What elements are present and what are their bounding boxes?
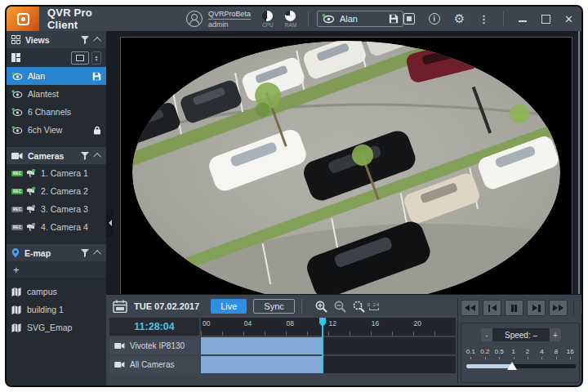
camera-icon [11,152,23,160]
server-name: QVRProBeta [208,10,251,20]
speed-decrease-button[interactable]: - [481,328,492,341]
eye-icon [11,90,23,99]
emap-item-campus[interactable]: campus [7,283,106,301]
speed-tick: 16 [567,348,574,355]
playback-bar: TUE 07.02.2017 Live Sync [106,294,581,385]
speed-tick: 0.5 [495,348,504,355]
timeline-date[interactable]: TUE 07.02.2017 [134,301,199,311]
camera-item-1[interactable]: REC 1. Camera 1 [7,164,106,182]
rec-badge: REC [11,189,23,194]
more-menu-icon[interactable]: ⋮ [479,13,489,25]
view-item-alan[interactable]: Alan [7,67,106,85]
ruler-tick: 20 [414,319,421,327]
emap-item-building1[interactable]: building 1 [7,301,106,318]
timeline-track-row[interactable]: Vivotek IP8130 [109,337,456,354]
collapse-chevron-icon[interactable] [93,37,101,45]
camera-icon [114,361,125,368]
recorded-range-bar[interactable] [201,337,323,354]
playback-controls-panel: - Speed: – + 0.1 0.2 0.5 1 2 4 8 16 [461,295,581,386]
save-view-icon[interactable] [389,14,399,24]
recorded-range-bar[interactable] [201,356,323,373]
timeline-section: TUE 07.02.2017 Live Sync [109,295,456,386]
fullscreen-icon[interactable] [403,13,415,24]
ptz-camera-icon [25,205,36,214]
skip-forward-button[interactable] [549,300,568,316]
maximize-button[interactable] [541,15,550,24]
cpu-gauge-label: CPU [262,22,274,28]
filter-funnel-icon[interactable] [81,249,89,257]
skip-backward-icon [465,305,470,311]
volume-button[interactable] [580,300,583,316]
display-select-button[interactable] [71,51,89,65]
filter-funnel-icon[interactable] [81,36,89,44]
pause-button[interactable] [505,300,523,316]
info-icon[interactable]: i [429,13,440,24]
close-button[interactable]: ✕ [564,13,573,25]
ruler-tick: 00 [203,319,210,327]
views-section-title: Views [25,35,81,45]
views-section-header[interactable]: Views [7,31,106,48]
speed-tick: 4 [540,348,543,355]
camera-item-label: 3. Camera 3 [41,204,101,214]
cameras-section-header[interactable]: Cameras [7,147,106,164]
speed-increase-button[interactable]: + [550,328,561,341]
view-item-label: Alantest [28,89,101,99]
views-toolbar: ▲▼ [7,48,106,67]
rec-badge: REC [11,225,23,230]
timeline-ruler[interactable]: 00 04 08 12 16 20 [201,318,456,336]
zoom-in-icon[interactable] [315,301,327,313]
ruler-tick: 04 [244,319,252,327]
collapse-chevron-icon[interactable] [93,250,101,258]
collapse-chevron-icon[interactable] [93,153,101,161]
ptz-camera-icon [25,169,36,178]
filter-funnel-icon[interactable] [81,152,89,160]
pause-icon [511,305,514,312]
skip-backward-button[interactable] [461,300,479,316]
cpu-gauge-icon [262,11,273,21]
title-bar: QVR Pro Client QVRProBeta admin CPU RAM … [7,7,581,31]
sync-button[interactable]: Sync [253,299,294,314]
view-item-6chview[interactable]: 6ch View [7,121,106,139]
live-button[interactable]: Live [211,299,247,314]
emap-item-svgemap[interactable]: SVG_Emap [7,318,106,336]
emap-item-label: building 1 [27,305,101,314]
current-view-selector[interactable]: Alan [317,11,403,27]
camera-item-2[interactable]: REC 2. Camera 2 [7,182,106,200]
emap-section-header[interactable]: E-map [7,244,106,261]
add-emap-button[interactable]: + [7,261,106,278]
calendar-icon[interactable] [113,300,127,313]
camera-item-3[interactable]: REC 3. Camera 3 [7,200,106,218]
speed-control: - Speed: – + 0.1 0.2 0.5 1 2 4 8 16 [461,323,580,383]
camera-item-4[interactable]: REC 4. Camera 4 [7,218,106,236]
view-item-6channels[interactable]: 6 Channels [7,103,106,121]
cpu-gauge[interactable]: CPU [262,11,274,28]
timeline-ruler-row: 11:28:04 00 04 08 12 16 20 [109,318,456,336]
user-account-button[interactable]: QVRProBeta admin [186,10,251,29]
previous-frame-button[interactable] [483,300,501,316]
lock-icon [93,126,101,135]
settings-gear-icon[interactable]: ⚙ [454,11,465,26]
speed-slider[interactable] [466,364,576,368]
speed-tick: 1 [511,348,514,355]
camera-item-label: 2. Camera 2 [41,186,101,196]
speed-scale: 0.1 0.2 0.5 1 2 4 8 16 [466,348,576,359]
map-icon [11,305,22,314]
user-avatar-icon [186,11,203,27]
view-layout-icon[interactable] [11,53,20,62]
camera-item-label: 4. Camera 4 [41,222,101,232]
fisheye-video-tile[interactable] [120,37,572,308]
ram-gauge[interactable]: RAM [285,11,296,28]
save-icon[interactable] [92,72,101,81]
qvr-logo-icon [7,7,39,31]
next-frame-button[interactable] [527,300,546,316]
display-stepper[interactable]: ▲▼ [91,51,101,65]
timeline-track-row[interactable]: All Cameras [109,356,456,373]
view-item-alantest[interactable]: Alantest [7,85,106,103]
zoom-fit-24h-button[interactable]: 0 24 [353,301,381,313]
sidebar-collapse-handle[interactable] [106,209,114,237]
zoom-out-icon[interactable] [334,301,346,313]
track-label: Vivotek IP8130 [130,341,185,350]
speed-slider-thumb[interactable] [507,362,517,370]
minimize-button[interactable] [518,14,528,24]
chevron-left-icon [109,220,112,226]
